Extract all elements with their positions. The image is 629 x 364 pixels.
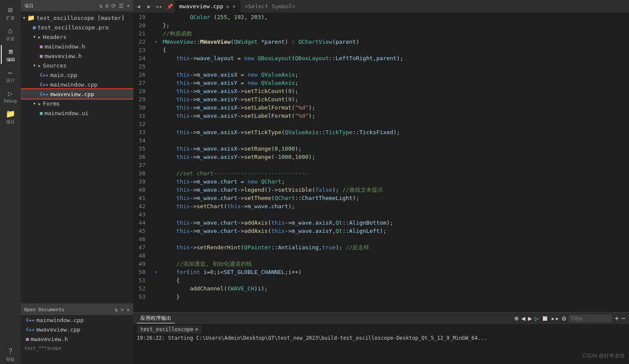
open-docs-sort-icon[interactable]: ⇅	[115, 306, 118, 313]
line-content-51: {	[159, 276, 629, 284]
line-num-33: 33	[133, 128, 152, 136]
toolbar-prev-icon[interactable]: ◀	[521, 314, 526, 322]
file-tree: ▾ 📁 test_oscilloscope [master] ■ test_os…	[21, 11, 133, 303]
tab-pin-icon[interactable]: 📌	[165, 0, 175, 13]
tree-item-mainwindow-ui[interactable]: ■ mainwindow.ui	[21, 108, 133, 118]
tree-item-mwaveview-h[interactable]: ■ mwaveview.h	[21, 51, 133, 61]
toolbar-stop-icon[interactable]: ⏹	[542, 314, 548, 322]
code-line-43: 43	[133, 210, 629, 219]
bottom-panel: 应用程序输出 ⊕ ◀ ▶ ▷ ⏹ ▸▸ ⚙ + −	[133, 312, 629, 364]
main-container: 项目 ⇅ ≡ ⟳ ☰ + ▾ 📁 test_oscilloscope [mast…	[21, 0, 629, 364]
toolbar-add-icon[interactable]: +	[615, 314, 619, 322]
line-gutter-25	[152, 62, 159, 71]
debug-icon: ▷	[8, 89, 13, 98]
code-line-28: 28 this->m_wave.axisX->setTickCount(9);	[133, 87, 629, 95]
tab-nav-forward[interactable]: ▶	[144, 0, 154, 13]
line-num-43: 43	[133, 210, 152, 219]
toolbar-settings-icon[interactable]: ⚙	[562, 314, 566, 322]
open-docs-add-icon[interactable]: +	[120, 306, 124, 313]
open-doc-mainwindow-cpp[interactable]: C++ mainwindow.cpp	[21, 315, 133, 325]
tab-close-btn[interactable]: ×	[232, 3, 235, 10]
tab-nav-dropdown[interactable]: ▸▸	[154, 0, 165, 13]
tree-label-main-cpp: main.cpp	[50, 72, 77, 78]
bottom-content: test_oscilloscope × 19:26:22: Starting C…	[133, 325, 629, 364]
line-content-34	[159, 136, 629, 145]
tab-nav-back[interactable]: ◀	[133, 0, 144, 13]
expand-icon-sources: ▾	[33, 62, 36, 68]
cpp-badge2: C++	[40, 82, 48, 87]
line-gutter-31	[152, 112, 159, 120]
tree-item-headers[interactable]: ▾ ▸ Headers	[21, 32, 133, 42]
toolbar-skip-icon[interactable]: ▸▸	[551, 314, 559, 322]
tree-label-pro: test_oscilloscope.pro	[38, 24, 109, 31]
tree-item-pro[interactable]: ■ test_oscilloscope.pro	[21, 23, 133, 32]
tree-item-sources[interactable]: ▾ ▸ Sources	[21, 61, 133, 70]
line-num-47: 47	[133, 243, 152, 251]
bottom-tab-app-output[interactable]: 应用程序输出	[137, 314, 175, 323]
app-tab-label: test_oscilloscope	[140, 326, 194, 332]
open-doc-mwaveview-h[interactable]: ■ mwaveview.h	[21, 334, 133, 344]
code-editor[interactable]: 19 QColor (255, 192, 203), 20 }; 21 //构造…	[133, 13, 629, 312]
tree-item-forms[interactable]: ▾ ▸ Forms	[21, 99, 133, 108]
line-content-50: for(int i=0;i<SET_GLOBLE_CHANNEL;i++)	[159, 268, 629, 276]
sort-icon[interactable]: ⇅	[100, 3, 103, 9]
select-symbol-area[interactable]: <Select Symbol>	[240, 3, 629, 10]
activity-bar: ⊞ 扩展 ⌂ 欢迎 ≡ 编辑 ✏ 设计 ▷ Debug 📁 项目 ? 帮助	[0, 0, 21, 364]
app-tab-list: test_oscilloscope ×	[137, 325, 626, 333]
h-badge2: ■	[40, 53, 43, 59]
line-gutter-23	[152, 46, 159, 54]
line-content-24: this->wave_layout = new QBoxLayout(QBoxL…	[159, 54, 629, 62]
open-doc-mwaveview-cpp[interactable]: C++ mwaveview.cpp	[21, 325, 133, 334]
tree-item-root[interactable]: ▾ 📁 test_oscilloscope [master]	[21, 13, 133, 23]
toolbar-next-icon[interactable]: ▶	[528, 314, 532, 322]
toolbar-run-icon[interactable]: ▷	[535, 314, 539, 322]
line-gutter-53	[152, 293, 159, 301]
filter-input[interactable]	[569, 315, 612, 322]
line-content-47: this->setRenderHint(QPainter::Antialiasi…	[159, 243, 629, 251]
edit-icon: ≡	[9, 47, 13, 56]
line-content-30: this->m_wave.axisX->setLabelFormat("%d")…	[159, 103, 629, 112]
line-num-42: 42	[133, 202, 152, 210]
line-content-36: this->m_wave.axisY->setRange(-1000,1000)…	[159, 153, 629, 161]
open-docs-panel: Open Documents ⇅ + × C++ mainwindow.cpp …	[21, 303, 133, 364]
tree-item-mainwindow-cpp[interactable]: C++ mainwindow.cpp	[21, 80, 133, 89]
toolbar-remove-icon[interactable]: −	[621, 314, 626, 322]
open-docs-close-icon[interactable]: ×	[126, 306, 130, 313]
line-content-42: this->setChart(this->m_wave.chart);	[159, 202, 629, 210]
code-line-45: 45 this->m_wave.chart->addAxis(this->m_w…	[133, 227, 629, 235]
line-content-26: this->m_wave.axisX = new QValueAxis;	[159, 71, 629, 79]
filter-icon[interactable]: ≡	[105, 3, 109, 9]
code-line-41: 41 this->m_wave.chart->setTheme(QChart::…	[133, 194, 629, 202]
line-content-28: this->m_wave.axisX->setTickCount(9);	[159, 87, 629, 95]
activity-item-extensions[interactable]: ⊞ 扩展	[1, 3, 20, 23]
line-gutter-28	[152, 87, 159, 95]
sidebar-header: 项目 ⇅ ≡ ⟳ ☰ +	[21, 0, 133, 11]
line-num-22: 22	[133, 38, 152, 46]
app-tab-close[interactable]: ×	[195, 326, 198, 332]
add-icon[interactable]: +	[126, 3, 130, 9]
expand-icon-root: ▾	[23, 15, 26, 21]
tree-item-main-cpp[interactable]: C++ main.cpp	[21, 70, 133, 80]
sync-icon[interactable]: ⟳	[111, 3, 116, 9]
activity-item-welcome[interactable]: ⌂ 欢迎	[1, 24, 20, 43]
activity-item-edit[interactable]: ≡ 编辑	[1, 45, 20, 64]
activity-item-project[interactable]: 📁 项目	[1, 107, 20, 126]
tree-item-mwaveview-cpp[interactable]: C++ mwaveview.cpp	[21, 89, 133, 99]
activity-label-help: 帮助	[6, 357, 15, 363]
tree-item-mainwindow-h[interactable]: ■ mainwindow.h	[21, 42, 133, 51]
line-num-40: 40	[133, 186, 152, 194]
activity-item-design[interactable]: ✏ 设计	[1, 66, 20, 85]
tab-mwaveview-cpp[interactable]: mwaveview.cpp ⇅ ×	[175, 0, 240, 13]
code-line-52: 52 addChannel((WAVE_CH)i);	[133, 284, 629, 293]
line-content-35: this->m_wave.axisX->setRange(0,1000);	[159, 145, 629, 153]
open-doc-label-1: mainwindow.cpp	[36, 317, 84, 323]
line-content-23: {	[159, 46, 629, 54]
code-line-31: 31 this->m_wave.axisY->setLabelFormat("%…	[133, 112, 629, 120]
menu-icon[interactable]: ☰	[119, 3, 124, 9]
activity-item-debug[interactable]: ▷ Debug	[1, 87, 20, 106]
line-gutter-27	[152, 79, 159, 87]
activity-item-help[interactable]: ? 帮助	[1, 345, 20, 364]
toolbar-send-icon[interactable]: ⊕	[514, 314, 519, 322]
code-line-51: 51 {	[133, 276, 629, 284]
app-tab-test-oscilloscope[interactable]: test_oscilloscope ×	[137, 325, 202, 333]
